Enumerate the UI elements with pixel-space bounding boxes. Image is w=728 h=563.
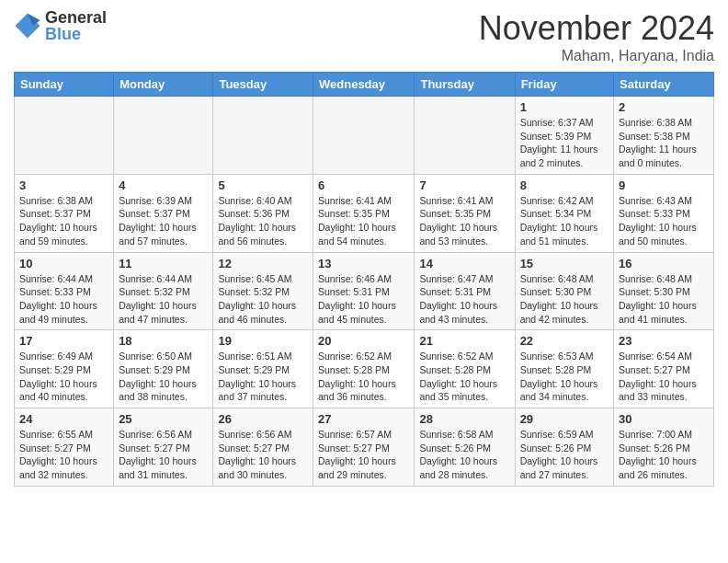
day-info: Sunrise: 6:45 AM Sunset: 5:32 PM Dayligh… xyxy=(218,272,308,327)
svg-marker-0 xyxy=(16,14,40,39)
day-cell: 25Sunrise: 6:56 AM Sunset: 5:27 PM Dayli… xyxy=(114,408,213,487)
day-cell: 5Sunrise: 6:40 AM Sunset: 5:36 PM Daylig… xyxy=(213,174,313,252)
day-cell: 3Sunrise: 6:38 AM Sunset: 5:37 PM Daylig… xyxy=(15,174,114,252)
calendar-header: SundayMondayTuesdayWednesdayThursdayFrid… xyxy=(15,73,714,97)
day-cell: 22Sunrise: 6:53 AM Sunset: 5:28 PM Dayli… xyxy=(515,330,613,408)
day-header-sunday: Sunday xyxy=(15,73,114,97)
day-header-tuesday: Tuesday xyxy=(213,73,313,97)
day-info: Sunrise: 6:38 AM Sunset: 5:38 PM Dayligh… xyxy=(619,116,709,170)
day-number: 15 xyxy=(520,257,609,270)
day-info: Sunrise: 6:46 AM Sunset: 5:31 PM Dayligh… xyxy=(318,272,409,327)
day-number: 4 xyxy=(119,178,208,192)
day-cell xyxy=(15,97,114,175)
day-number: 23 xyxy=(619,334,709,348)
week-row-1: 3Sunrise: 6:38 AM Sunset: 5:37 PM Daylig… xyxy=(15,174,714,252)
location-title: Maham, Haryana, India xyxy=(479,48,714,64)
day-number: 18 xyxy=(119,334,208,348)
day-number: 17 xyxy=(19,334,108,348)
day-cell: 26Sunrise: 6:56 AM Sunset: 5:27 PM Dayli… xyxy=(213,408,313,487)
day-cell: 28Sunrise: 6:58 AM Sunset: 5:26 PM Dayli… xyxy=(415,408,515,487)
day-number: 29 xyxy=(520,412,609,426)
day-info: Sunrise: 6:56 AM Sunset: 5:27 PM Dayligh… xyxy=(119,428,208,482)
day-number: 5 xyxy=(218,178,308,192)
day-cell: 23Sunrise: 6:54 AM Sunset: 5:27 PM Dayli… xyxy=(614,330,714,408)
day-info: Sunrise: 6:54 AM Sunset: 5:27 PM Dayligh… xyxy=(619,350,709,404)
day-cell: 21Sunrise: 6:52 AM Sunset: 5:28 PM Dayli… xyxy=(415,330,515,408)
calendar: SundayMondayTuesdayWednesdayThursdayFrid… xyxy=(14,72,714,487)
day-info: Sunrise: 6:48 AM Sunset: 5:30 PM Dayligh… xyxy=(619,272,709,327)
day-cell xyxy=(313,97,415,175)
day-cell: 13Sunrise: 6:46 AM Sunset: 5:31 PM Dayli… xyxy=(313,252,415,330)
day-number: 6 xyxy=(318,178,409,192)
day-number: 25 xyxy=(119,412,208,426)
day-info: Sunrise: 6:44 AM Sunset: 5:32 PM Dayligh… xyxy=(119,272,208,327)
week-row-2: 10Sunrise: 6:44 AM Sunset: 5:33 PM Dayli… xyxy=(15,252,714,330)
day-number: 24 xyxy=(19,412,108,426)
day-number: 10 xyxy=(19,257,108,270)
day-cell: 8Sunrise: 6:42 AM Sunset: 5:34 PM Daylig… xyxy=(515,174,613,252)
week-row-4: 24Sunrise: 6:55 AM Sunset: 5:27 PM Dayli… xyxy=(15,408,714,487)
day-header-wednesday: Wednesday xyxy=(313,73,415,97)
day-cell: 27Sunrise: 6:57 AM Sunset: 5:27 PM Dayli… xyxy=(313,408,415,487)
logo-general-text: General xyxy=(45,9,107,26)
day-cell: 6Sunrise: 6:41 AM Sunset: 5:35 PM Daylig… xyxy=(313,174,415,252)
day-cell: 29Sunrise: 6:59 AM Sunset: 5:26 PM Dayli… xyxy=(515,408,613,487)
day-number: 9 xyxy=(619,178,709,192)
day-info: Sunrise: 6:47 AM Sunset: 5:31 PM Dayligh… xyxy=(419,272,509,327)
day-number: 26 xyxy=(218,412,308,426)
day-number: 13 xyxy=(318,257,409,270)
day-number: 2 xyxy=(619,100,709,114)
day-number: 11 xyxy=(119,257,208,270)
day-number: 7 xyxy=(419,178,509,192)
week-row-3: 17Sunrise: 6:49 AM Sunset: 5:29 PM Dayli… xyxy=(15,330,714,408)
day-cell xyxy=(415,97,515,175)
day-info: Sunrise: 6:58 AM Sunset: 5:26 PM Dayligh… xyxy=(419,428,509,482)
day-info: Sunrise: 6:56 AM Sunset: 5:27 PM Dayligh… xyxy=(218,428,308,482)
day-cell: 11Sunrise: 6:44 AM Sunset: 5:32 PM Dayli… xyxy=(114,252,213,330)
day-cell: 24Sunrise: 6:55 AM Sunset: 5:27 PM Dayli… xyxy=(15,408,114,487)
day-number: 12 xyxy=(218,257,308,270)
day-number: 21 xyxy=(419,334,509,348)
logo-icon xyxy=(14,12,41,40)
day-header-friday: Friday xyxy=(515,73,613,97)
day-cell: 2Sunrise: 6:38 AM Sunset: 5:38 PM Daylig… xyxy=(614,97,714,175)
day-info: Sunrise: 6:49 AM Sunset: 5:29 PM Dayligh… xyxy=(19,350,108,404)
day-cell: 17Sunrise: 6:49 AM Sunset: 5:29 PM Dayli… xyxy=(15,330,114,408)
day-number: 27 xyxy=(318,412,409,426)
title-block: November 2024 Maham, Haryana, India xyxy=(479,9,714,64)
day-cell xyxy=(213,97,313,175)
week-row-0: 1Sunrise: 6:37 AM Sunset: 5:39 PM Daylig… xyxy=(15,97,714,175)
day-info: Sunrise: 6:50 AM Sunset: 5:29 PM Dayligh… xyxy=(119,350,208,404)
logo-text: General Blue xyxy=(45,9,107,42)
day-cell: 12Sunrise: 6:45 AM Sunset: 5:32 PM Dayli… xyxy=(213,252,313,330)
day-number: 30 xyxy=(619,412,709,426)
day-cell xyxy=(114,97,213,175)
day-cell: 30Sunrise: 7:00 AM Sunset: 5:26 PM Dayli… xyxy=(614,408,714,487)
day-number: 1 xyxy=(520,100,609,114)
day-cell: 4Sunrise: 6:39 AM Sunset: 5:37 PM Daylig… xyxy=(114,174,213,252)
day-info: Sunrise: 6:59 AM Sunset: 5:26 PM Dayligh… xyxy=(520,428,609,482)
day-info: Sunrise: 6:53 AM Sunset: 5:28 PM Dayligh… xyxy=(520,350,609,404)
logo-blue-text: Blue xyxy=(45,26,107,42)
day-number: 22 xyxy=(520,334,609,348)
header: General Blue November 2024 Maham, Haryan… xyxy=(14,9,714,64)
day-info: Sunrise: 6:42 AM Sunset: 5:34 PM Dayligh… xyxy=(520,194,609,248)
day-info: Sunrise: 6:39 AM Sunset: 5:37 PM Dayligh… xyxy=(119,194,208,248)
day-cell: 19Sunrise: 6:51 AM Sunset: 5:29 PM Dayli… xyxy=(213,330,313,408)
day-header-saturday: Saturday xyxy=(614,73,714,97)
day-info: Sunrise: 6:52 AM Sunset: 5:28 PM Dayligh… xyxy=(419,350,509,404)
day-header-thursday: Thursday xyxy=(415,73,515,97)
day-cell: 1Sunrise: 6:37 AM Sunset: 5:39 PM Daylig… xyxy=(515,97,613,175)
day-cell: 7Sunrise: 6:41 AM Sunset: 5:35 PM Daylig… xyxy=(415,174,515,252)
day-number: 3 xyxy=(19,178,108,192)
day-info: Sunrise: 7:00 AM Sunset: 5:26 PM Dayligh… xyxy=(619,428,709,482)
header-row: SundayMondayTuesdayWednesdayThursdayFrid… xyxy=(15,73,714,97)
day-cell: 18Sunrise: 6:50 AM Sunset: 5:29 PM Dayli… xyxy=(114,330,213,408)
day-number: 16 xyxy=(619,257,709,270)
day-cell: 10Sunrise: 6:44 AM Sunset: 5:33 PM Dayli… xyxy=(15,252,114,330)
day-info: Sunrise: 6:41 AM Sunset: 5:35 PM Dayligh… xyxy=(318,194,409,248)
day-info: Sunrise: 6:37 AM Sunset: 5:39 PM Dayligh… xyxy=(520,116,609,170)
day-number: 20 xyxy=(318,334,409,348)
logo: General Blue xyxy=(14,9,107,42)
day-info: Sunrise: 6:38 AM Sunset: 5:37 PM Dayligh… xyxy=(19,194,108,248)
